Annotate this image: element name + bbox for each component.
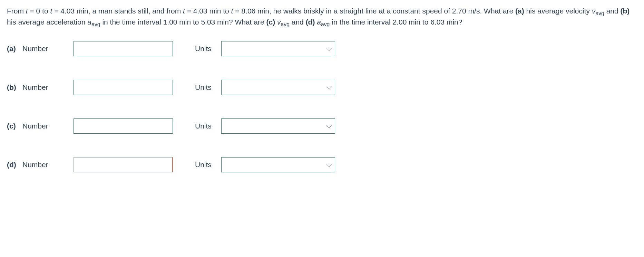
subscript-avg: avg (281, 21, 290, 27)
number-label: Number (22, 121, 64, 132)
units-select-wrap (221, 41, 335, 56)
units-select-b[interactable] (221, 80, 335, 95)
number-input-d[interactable] (74, 157, 173, 172)
units-select-c[interactable] (221, 118, 335, 134)
units-select-d[interactable] (221, 157, 335, 172)
part-label: (b) (7, 82, 22, 93)
number-label: Number (22, 82, 64, 93)
answer-row-b: (b) Number Units (7, 80, 637, 95)
number-input-a[interactable] (74, 41, 173, 56)
number-input-c[interactable] (74, 118, 173, 134)
text: = 4.03 min to (185, 7, 231, 15)
part-b-marker: (b) (621, 7, 630, 15)
units-label: Units (195, 159, 212, 170)
number-label: Number (22, 159, 64, 170)
part-d-marker: (d) (306, 18, 315, 26)
var-a: a (87, 18, 91, 26)
text: = 0 to (28, 7, 50, 15)
answers-section: (a) Number Units (b) Number Units (c) Nu… (7, 41, 637, 172)
text: and (604, 7, 621, 15)
number-label: Number (22, 43, 64, 54)
part-c-marker: (c) (266, 18, 275, 26)
text: in the time interval 2.00 min to 6.03 mi… (330, 18, 462, 26)
answer-row-c: (c) Number Units (7, 118, 637, 134)
var-v: v (277, 18, 281, 26)
text: his average acceleration (7, 18, 87, 26)
part-label: (d) (7, 159, 22, 170)
units-label: Units (195, 43, 212, 54)
subscript-avg: avg (595, 10, 604, 16)
text: From (7, 7, 26, 15)
text: = 4.03 min, a man stands still, and from (52, 7, 183, 15)
var-a: a (317, 18, 321, 26)
part-label: (c) (7, 121, 22, 132)
units-select-wrap (221, 80, 335, 95)
units-select-a[interactable] (221, 41, 335, 56)
number-input-b[interactable] (74, 80, 173, 95)
units-label: Units (195, 121, 212, 132)
answer-row-a: (a) Number Units (7, 41, 637, 56)
text: in the time interval 1.00 min to 5.03 mi… (100, 18, 266, 26)
text: his average velocity (524, 7, 592, 15)
problem-statement: From t = 0 to t = 4.03 min, a man stands… (7, 6, 637, 27)
units-select-wrap (221, 157, 335, 172)
part-a-marker: (a) (515, 7, 524, 15)
var-v: v (592, 7, 596, 15)
subscript-avg: avg (321, 21, 330, 27)
text: = 8.06 min, he walks briskly in a straig… (233, 7, 515, 15)
part-label: (a) (7, 43, 22, 54)
units-select-wrap (221, 118, 335, 134)
units-label: Units (195, 82, 212, 93)
text: and (290, 18, 306, 26)
answer-row-d: (d) Number Units (7, 157, 637, 172)
subscript-avg: avg (91, 21, 100, 27)
